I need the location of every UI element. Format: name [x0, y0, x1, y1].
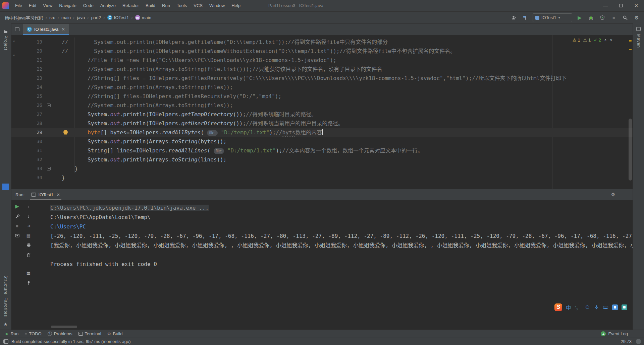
line-number-21[interactable]: 21 — [11, 56, 42, 65]
ime-skin-icon[interactable] — [622, 304, 627, 310]
run-configuration-select[interactable]: IOTest1 ▾ — [533, 13, 572, 22]
line-number-26[interactable]: 26 — [11, 101, 42, 110]
build-hammer-icon[interactable] — [521, 14, 529, 22]
print-icon[interactable] — [24, 242, 33, 249]
menu-run[interactable]: Run — [159, 0, 173, 11]
run-tab-close-icon[interactable]: ✕ — [56, 192, 60, 197]
warning-stripe-mark[interactable] — [629, 40, 632, 42]
line-number-22[interactable]: 22 — [11, 65, 42, 74]
search-everywhere-icon[interactable] — [621, 14, 629, 22]
scroll-to-end-icon[interactable]: ⇥ — [24, 222, 33, 229]
menu-window[interactable]: Window — [206, 0, 228, 11]
code-line-26[interactable]: 26 //System.out.println(Arrays.toString(… — [11, 101, 633, 110]
code-line-21[interactable]: 21 //File file =new File("C:\\Users\\PC\… — [11, 56, 633, 65]
console-line[interactable]: C:\Users\PC — [50, 222, 633, 231]
ime-punctuation-icon[interactable]: ’， — [575, 304, 581, 311]
breadcrumb-item-src[interactable]: src — [48, 14, 56, 21]
run-tab-iotest1[interactable]: IOTest1 ✕ — [28, 189, 63, 200]
code-line-19[interactable]: 19// System.out.println(IOHelpers.getFil… — [11, 38, 633, 47]
ime-toolbox-icon[interactable] — [612, 304, 618, 310]
inspections-widget[interactable]: ⚠ 1 ⚠ 1 ✓ 2 ∧ ∨ — [573, 38, 612, 43]
tool-window-button-run[interactable]: ▶Run — [3, 330, 21, 338]
line-number-19[interactable]: 19 — [11, 38, 42, 47]
code-line-22[interactable]: 22 //System.out.println(Arrays.toString(… — [11, 65, 633, 74]
tool-window-button-favorites[interactable]: Favorites — [3, 296, 8, 318]
down-stack-icon[interactable]: ↓ — [24, 212, 33, 220]
breadcrumb-item-main[interactable]: main — [60, 14, 72, 21]
fold-marker-icon[interactable] — [47, 167, 51, 170]
run-settings-gear-icon[interactable]: ⚙ — [609, 191, 617, 199]
split-layout-icon[interactable]: ▦ — [24, 269, 33, 277]
code-line-33[interactable]: 33 } — [11, 164, 633, 173]
menu-view[interactable]: View — [40, 0, 56, 11]
code-editor[interactable]: ⌄ ⌄ 19// System.out.println(IOHelpers.ge… — [11, 35, 633, 189]
breadcrumb-item-java[interactable]: java — [75, 14, 86, 21]
code-line-20[interactable]: 20// System.out.println(IOHelpers.getFil… — [11, 47, 633, 56]
editor-layout-icon[interactable] — [635, 25, 643, 33]
tool-window-button-build[interactable]: ⚙Build — [104, 330, 126, 338]
maximize-button[interactable] — [613, 0, 629, 11]
line-number-27[interactable]: 27 — [11, 110, 42, 119]
menu-tools[interactable]: Tools — [173, 0, 190, 11]
prev-problem-chevron-icon[interactable]: ∧ — [604, 38, 607, 42]
menu-file[interactable]: File — [12, 0, 25, 11]
rerun-button[interactable]: ▶ — [13, 203, 21, 210]
menu-analyze[interactable]: Analyze — [97, 0, 119, 11]
hide-panel-icon[interactable]: — — [621, 191, 629, 199]
code-line-23[interactable]: 23 //String[] files = IOHelpers.getFiles… — [11, 74, 633, 83]
dump-threads-icon[interactable] — [13, 232, 21, 239]
line-number-29[interactable]: 29 — [11, 128, 42, 137]
code-line-25[interactable]: 25 //String[] files=IOHelpers.getFilesRe… — [11, 92, 633, 101]
code-line-29[interactable]: 29 byte[] bytes=IOHelpers.readAllBytes( … — [11, 128, 633, 137]
menu-help[interactable]: Help — [228, 0, 244, 11]
tool-window-button-problems[interactable]: !Problems — [45, 330, 75, 338]
ime-emoji-icon[interactable]: ☺ — [585, 304, 590, 310]
console-link[interactable]: C:\Users\PC — [50, 223, 86, 230]
line-number-32[interactable]: 32 — [11, 155, 42, 164]
menu-build[interactable]: Build — [142, 0, 159, 11]
warning-stripe-mark[interactable] — [629, 49, 632, 50]
caret-position[interactable]: 29:73 — [621, 339, 632, 344]
settings-gear-icon[interactable]: ⚙ — [633, 14, 641, 22]
breadcrumb-item-杨中科java学习代码[interactable]: 杨中科java学习代码 — [3, 14, 45, 21]
code-with-me-users-icon[interactable] — [510, 14, 518, 22]
tab-close-icon[interactable]: ✕ — [61, 27, 65, 32]
line-number-25[interactable]: 25 — [11, 92, 42, 101]
editor-scrollbar[interactable] — [629, 119, 632, 181]
status-message[interactable]: Build completed successfully in 1 sec, 9… — [11, 339, 131, 344]
fold-marker-icon[interactable] — [47, 104, 51, 107]
console-hscrollbar[interactable] — [51, 326, 77, 328]
line-number-34[interactable]: 34 — [11, 173, 42, 182]
breadcrumb-item-main[interactable]: mmain — [134, 14, 153, 21]
run-with-coverage-button[interactable] — [598, 14, 606, 22]
code-line-31[interactable]: 31 String[] lines=IOHelpers.readAllLines… — [11, 146, 633, 155]
edit-configuration-wrench-icon[interactable] — [13, 212, 21, 220]
run-button[interactable]: ▶ — [576, 14, 584, 22]
line-number-31[interactable]: 31 — [11, 146, 42, 155]
menu-refactor[interactable]: Refactor — [119, 0, 142, 11]
line-number-20[interactable]: 20 — [11, 47, 42, 56]
favorites-star-icon[interactable]: ★ — [3, 322, 8, 327]
ime-keyboard-icon[interactable] — [603, 305, 608, 310]
line-number-33[interactable]: 33 — [11, 164, 42, 173]
ime-voice-mic-icon[interactable] — [594, 305, 599, 310]
debug-button[interactable] — [587, 14, 595, 22]
menu-navigate[interactable]: Navigate — [56, 0, 79, 11]
stop-button[interactable]: ■ — [610, 14, 618, 22]
line-number-30[interactable]: 30 — [11, 137, 42, 146]
code-line-24[interactable]: 24 //System.out.println(Arrays.toString(… — [11, 83, 633, 92]
clear-all-trash-icon[interactable] — [24, 251, 33, 259]
code-line-30[interactable]: 30 System.out.println(Arrays.toString(by… — [11, 137, 633, 146]
next-problem-chevron-icon[interactable]: ∨ — [610, 38, 612, 42]
tool-window-button-maven[interactable]: Maven — [636, 33, 641, 49]
status-indicator-icon[interactable] — [636, 339, 641, 344]
minimize-button[interactable]: — — [598, 0, 613, 11]
tool-windows-icon[interactable] — [3, 339, 8, 344]
editor-tab-options-icon[interactable] — [11, 24, 23, 35]
run-console[interactable]: C:\Users\PC\.jdks\openjdk-17.0.1\bin\jav… — [45, 200, 633, 330]
tool-window-button-structure[interactable]: Structure — [3, 274, 8, 296]
tool-window-button-project[interactable]: Project — [3, 28, 8, 52]
sogou-logo-icon[interactable]: S — [554, 303, 562, 311]
line-number-28[interactable]: 28 — [11, 119, 42, 128]
menu-code[interactable]: Code — [80, 0, 97, 11]
